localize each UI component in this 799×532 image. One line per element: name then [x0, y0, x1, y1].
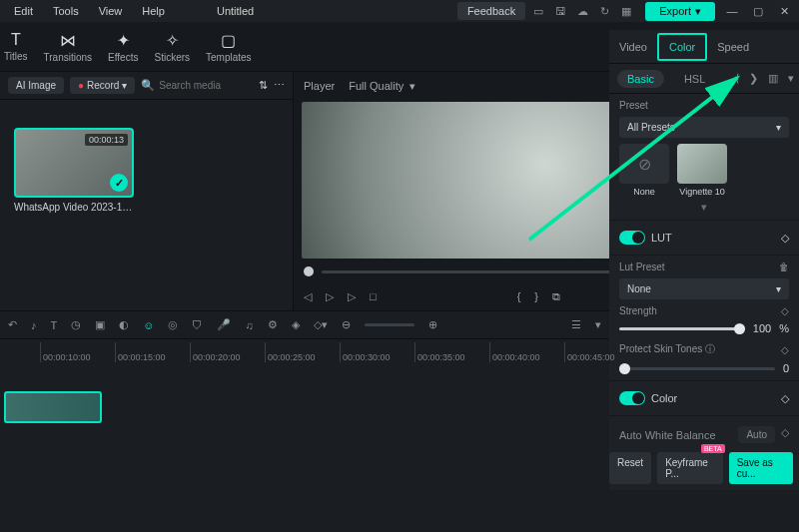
- protect-value: 0: [783, 362, 789, 374]
- apps-icon[interactable]: ▦: [617, 5, 635, 18]
- marker-icon[interactable]: ◈: [292, 318, 300, 331]
- tab-video[interactable]: Video: [609, 35, 657, 59]
- tool-titles[interactable]: TTitles: [4, 31, 28, 62]
- ai-image-button[interactable]: AI Image: [8, 77, 64, 94]
- minimize-button[interactable]: —: [723, 5, 741, 17]
- keyframe-icon[interactable]: ◇: [781, 305, 789, 316]
- maximize-button[interactable]: ▢: [749, 5, 767, 18]
- feedback-button[interactable]: Feedback: [457, 2, 525, 20]
- keyframe-icon[interactable]: ◇: [781, 344, 789, 355]
- menu-help[interactable]: Help: [134, 3, 173, 19]
- protect-label: Protect Skin Tones: [619, 343, 702, 354]
- shield-icon[interactable]: ⛉: [192, 319, 203, 331]
- keyframe-tl-icon[interactable]: ◇▾: [314, 318, 328, 331]
- titles-icon: T: [11, 31, 21, 49]
- zoom-out-icon[interactable]: ⊖: [342, 318, 351, 331]
- keyframe-panel-button[interactable]: Keyframe P...: [657, 452, 723, 484]
- tool-effects[interactable]: ✦Effects: [108, 31, 138, 63]
- strength-unit: %: [779, 322, 789, 334]
- prev-frame-icon[interactable]: ◁: [304, 290, 312, 303]
- ai-face-icon[interactable]: ☺: [143, 319, 154, 331]
- reset-button[interactable]: Reset: [609, 452, 651, 484]
- next-icon[interactable]: ❯: [749, 72, 758, 85]
- history-icon[interactable]: ↻: [595, 5, 613, 18]
- media-clip[interactable]: 00:00:13 WhatsApp Video 2023-10-05...: [14, 128, 134, 213]
- color-toggle[interactable]: [619, 391, 645, 405]
- undo-icon[interactable]: ↶: [8, 318, 17, 331]
- tool-templates[interactable]: ▢Templates: [206, 31, 252, 63]
- save-custom-button[interactable]: Save as cu...: [729, 452, 793, 484]
- color-icon[interactable]: ◐: [119, 318, 129, 331]
- record-button[interactable]: ●Record▾: [70, 77, 135, 94]
- play-prev-icon[interactable]: ▷: [326, 290, 334, 303]
- save-icon[interactable]: 🖫: [551, 5, 569, 17]
- tab-color[interactable]: Color: [657, 33, 707, 61]
- tool-stickers[interactable]: ✧Stickers: [154, 31, 190, 63]
- speed-icon[interactable]: ⚙: [268, 318, 278, 331]
- text-icon[interactable]: T: [51, 319, 58, 331]
- tab-speed[interactable]: Speed: [707, 35, 759, 59]
- subtab-basic[interactable]: Basic: [617, 70, 664, 88]
- compare-icon[interactable]: ▥: [768, 72, 778, 85]
- stop-icon[interactable]: □: [370, 290, 377, 302]
- zoom-slider[interactable]: [365, 323, 414, 326]
- monitor-icon[interactable]: ▭: [529, 5, 547, 18]
- color-label: Color: [651, 392, 677, 404]
- subtab-hsl[interactable]: HSL: [674, 70, 715, 88]
- close-button[interactable]: ✕: [775, 5, 793, 18]
- lut-toggle[interactable]: [619, 231, 645, 245]
- chevron-down-icon: ▾: [409, 80, 415, 93]
- keyframe-icon[interactable]: ◇: [781, 232, 789, 245]
- project-title: Untitled: [217, 5, 254, 17]
- awb-label: Auto White Balance: [619, 429, 716, 441]
- strength-slider[interactable]: [619, 327, 745, 330]
- menu-edit[interactable]: Edit: [6, 3, 41, 19]
- more-icon[interactable]: ▾: [595, 318, 601, 331]
- more-icon[interactable]: ⋯: [274, 79, 285, 92]
- seek-bar[interactable]: [322, 270, 634, 273]
- chevron-down-icon: ▾: [776, 122, 781, 133]
- menu-bar: Edit Tools View Help Untitled Feedback ▭…: [0, 0, 799, 22]
- play-icon[interactable]: ▷: [348, 290, 356, 303]
- help-icon[interactable]: ⓘ: [705, 343, 715, 354]
- target-icon[interactable]: ◎: [168, 318, 178, 331]
- zoom-in-icon[interactable]: ⊕: [428, 318, 437, 331]
- clock-icon[interactable]: ◷: [71, 318, 81, 331]
- curve-icon[interactable]: ⟨: [735, 72, 739, 85]
- cloud-icon[interactable]: ☁: [573, 5, 591, 18]
- timeline-ruler[interactable]: 00:00:10:00 00:00:15:00 00:00:20:00 00:0…: [0, 339, 609, 365]
- seek-handle[interactable]: [304, 266, 314, 276]
- timeline-clip[interactable]: [4, 391, 102, 423]
- effects-icon: ✦: [117, 31, 130, 50]
- mark-in-icon[interactable]: {: [517, 290, 521, 302]
- crop-icon[interactable]: ⧉: [552, 290, 560, 303]
- export-button[interactable]: Export▾: [645, 2, 715, 21]
- lut-preset-select[interactable]: None▾: [619, 278, 789, 299]
- crop-icon[interactable]: ▣: [95, 318, 105, 331]
- timeline-toolbar: ↶ ♪ T ◷ ▣ ◐ ☺ ◎ ⛉ 🎤 ♫ ⚙ ◈ ◇▾ ⊖ ⊕ ☰ ▾: [0, 311, 609, 339]
- mark-out-icon[interactable]: }: [534, 290, 538, 302]
- keyframe-icon[interactable]: ◇: [781, 426, 789, 443]
- clip-thumbnail[interactable]: 00:00:13: [14, 128, 134, 198]
- preset-none[interactable]: ⊘None: [619, 144, 669, 197]
- menu-tools[interactable]: Tools: [45, 3, 87, 19]
- protect-slider[interactable]: [619, 367, 775, 370]
- quality-select[interactable]: Full Quality▾: [349, 80, 415, 93]
- preset-vignette[interactable]: Vignette 10: [677, 144, 727, 197]
- delete-icon[interactable]: 🗑: [779, 262, 789, 272]
- keyframe-icon[interactable]: ◇: [781, 392, 789, 405]
- preset-select[interactable]: All Presets▾: [619, 117, 789, 138]
- tool-transitions[interactable]: ⋈Transitions: [44, 31, 93, 63]
- lut-label: LUT: [651, 232, 672, 244]
- filter-icon[interactable]: ⇅: [259, 79, 268, 92]
- music-icon[interactable]: ♪: [31, 319, 37, 331]
- search-input[interactable]: [159, 80, 249, 91]
- chevron-down-icon[interactable]: ▾: [788, 72, 794, 85]
- preset-more[interactable]: ▾: [619, 201, 789, 214]
- awb-auto-button[interactable]: Auto: [738, 426, 775, 443]
- search-icon: 🔍: [141, 79, 155, 92]
- mic-icon[interactable]: 🎤: [217, 318, 231, 331]
- menu-view[interactable]: View: [91, 3, 131, 19]
- note-icon[interactable]: ♫: [245, 319, 253, 331]
- list-icon[interactable]: ☰: [571, 318, 581, 331]
